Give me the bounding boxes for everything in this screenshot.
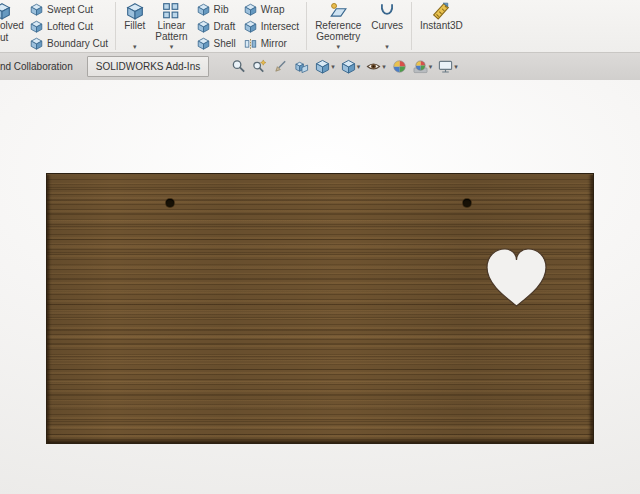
curves-label: Curves [371,20,403,31]
shell-icon [197,37,210,50]
view-settings-button[interactable]: ▾ [436,57,460,77]
revolved-cut-label-line2: ut [0,32,26,44]
display-style-button[interactable]: ▾ [339,57,363,77]
apply-scene-icon [413,59,428,74]
shell-label: Shell [214,38,236,49]
previous-view-icon [273,59,288,74]
heart-cutout[interactable] [483,245,550,311]
dropdown-caret-icon[interactable]: ▾ [385,43,389,52]
lofted-cut-icon [30,20,43,33]
revolved-cut-button[interactable]: olved ut [0,0,26,52]
tab-collaboration-label: e and Collaboration [0,61,73,72]
section-view-button[interactable] [292,57,311,77]
curves-icon [378,2,396,20]
mirror-label: Mirror [261,38,287,49]
section-view-icon [294,59,309,74]
intersect-icon [244,20,257,33]
instant3d-label: Instant3D [420,20,463,31]
command-manager-tabstrip: e and Collaboration SOLIDWORKS Add-Ins ▾… [0,53,640,80]
cut-tools-column: Swept Cut Lofted Cut Boundary Cut [26,0,112,52]
fillet-label: Fillet [124,20,145,31]
zoom-to-area-icon [252,59,267,74]
reference-geometry-label-line2: Geometry [316,31,360,42]
feature-tools-column-1: Rib Draft Shell [193,0,240,52]
draft-button[interactable]: Draft [193,18,240,35]
boundary-cut-icon [30,37,43,50]
linear-pattern-button[interactable]: Linear Pattern ▾ [150,0,192,53]
dropdown-caret-icon[interactable]: ▾ [331,63,335,71]
command-manager-ribbon: olved ut Swept Cut Lofted Cut Boundary C… [0,0,640,53]
reference-geometry-button[interactable]: Reference Geometry ▾ [310,0,366,53]
instant3d-button[interactable]: Instant3D [415,0,468,53]
solidworks-window: olved ut Swept Cut Lofted Cut Boundary C… [0,0,640,494]
mirror-button[interactable]: Mirror [240,35,303,52]
apply-scene-button[interactable]: ▾ [411,57,435,77]
tab-solidworks-add-ins-label: SOLIDWORKS Add-Ins [96,61,200,72]
intersect-button[interactable]: Intersect [240,18,303,35]
hide-show-items-button[interactable]: ▾ [364,57,388,77]
draft-label: Draft [214,21,236,32]
dropdown-caret-icon[interactable]: ▾ [336,43,340,52]
rib-label: Rib [214,4,229,15]
intersect-label: Intersect [261,21,299,32]
wrap-button[interactable]: Wrap [240,1,303,18]
zoom-to-area-button[interactable] [250,57,269,77]
dropdown-caret-icon[interactable]: ▾ [170,43,174,52]
hole-right[interactable] [463,199,471,207]
dropdown-caret-icon[interactable]: ▾ [133,43,137,52]
shell-button[interactable]: Shell [193,35,240,52]
instant3d-icon [432,2,450,20]
zoom-to-fit-button[interactable] [229,57,248,77]
dropdown-caret-icon[interactable]: ▾ [429,63,433,71]
wooden-board-part[interactable] [46,173,594,444]
linear-pattern-label-line2: Pattern [155,31,187,42]
reference-geometry-label-line1: Reference [315,20,361,31]
view-orientation-icon [315,59,330,74]
zoom-to-fit-icon [231,59,246,74]
swept-cut-button[interactable]: Swept Cut [26,1,112,18]
fillet-icon [126,2,144,20]
curves-button[interactable]: Curves ▾ [366,0,408,53]
swept-cut-label: Swept Cut [47,4,93,15]
draft-icon [197,20,210,33]
swept-cut-icon [30,3,43,16]
ribbon-separator [115,2,116,50]
dropdown-caret-icon[interactable]: ▾ [382,63,386,71]
lofted-cut-label: Lofted Cut [47,21,93,32]
rib-icon [197,3,210,16]
tab-solidworks-add-ins[interactable]: SOLIDWORKS Add-Ins [87,56,209,77]
linear-pattern-icon [162,2,180,20]
hide-show-items-icon [366,59,381,74]
reference-geometry-icon [329,2,347,20]
mirror-icon [244,37,257,50]
view-orientation-button[interactable]: ▾ [313,57,337,77]
feature-tools-column-2: Wrap Intersect Mirror [240,0,303,52]
boundary-cut-label: Boundary Cut [47,38,108,49]
fillet-button[interactable]: Fillet ▾ [119,0,150,53]
tab-collaboration[interactable]: e and Collaboration [0,61,81,72]
lofted-cut-button[interactable]: Lofted Cut [26,18,112,35]
wrap-icon [244,3,257,16]
revolved-cut-icon [0,2,11,20]
previous-view-button[interactable] [271,57,290,77]
boundary-cut-button[interactable]: Boundary Cut [26,35,112,52]
hole-left[interactable] [166,199,174,207]
edit-appearance-button[interactable] [390,57,409,77]
linear-pattern-label-line1: Linear [158,20,186,31]
wrap-label: Wrap [261,4,285,15]
dropdown-caret-icon[interactable]: ▾ [357,63,361,71]
edit-appearance-icon [392,59,407,74]
dropdown-caret-icon[interactable]: ▾ [454,63,458,71]
revolved-cut-label-line1: olved [0,20,26,32]
ribbon-separator [306,2,307,50]
graphics-viewport[interactable] [0,80,640,494]
view-settings-icon [438,59,453,74]
heads-up-view-toolbar: ▾▾▾▾▾ [229,57,460,77]
rib-button[interactable]: Rib [193,1,240,18]
display-style-icon [341,59,356,74]
ribbon-separator [411,2,412,50]
